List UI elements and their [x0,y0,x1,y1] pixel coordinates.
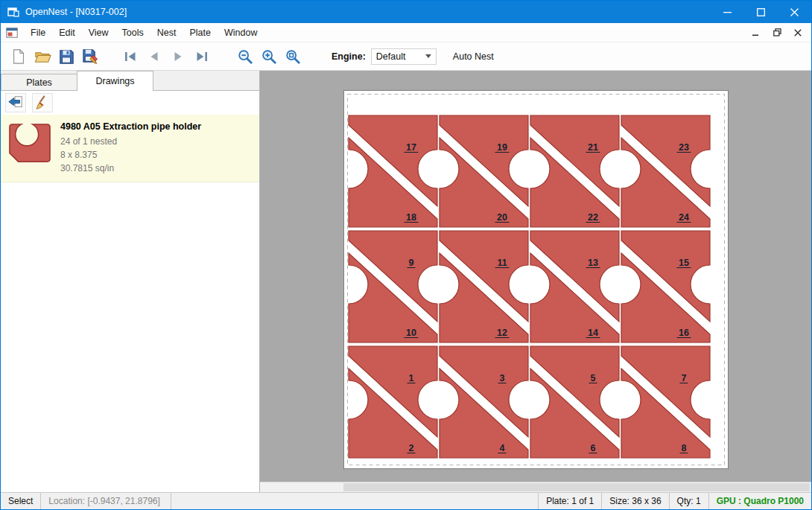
tab-plates[interactable]: Plates [1,74,77,91]
part-dimensions: 8 x 8.375 [60,148,201,162]
sidebar-toolbar [1,91,259,115]
part-number-label: 21 [588,142,598,153]
menu-nest[interactable]: Nest [150,24,183,42]
part-thumbnail [8,121,51,166]
minimize-icon [723,8,732,16]
nest-pair: 1112 [440,231,528,342]
part-number-label: 17 [406,142,416,153]
statusbar: Select Location: [-0.9437, 21.8796] Plat… [1,492,811,509]
minimize-button[interactable] [711,1,744,23]
menu-view[interactable]: View [82,24,115,42]
plate-sheet[interactable]: 171819202122232491011121314151612345678 [343,90,729,469]
drawings-list: 4980 A05 Extraction pipe holder 24 of 1 … [1,115,259,492]
status-spacer [171,493,538,509]
open-button[interactable] [31,45,54,68]
menu-plate[interactable]: Plate [183,24,218,42]
nest-canvas[interactable]: 171819202122232491011121314151612345678 [260,71,811,492]
save-edit-icon [82,48,99,65]
nest-pair: 2324 [621,115,710,227]
go-previous-button[interactable] [142,45,166,68]
part-number-label: 19 [497,142,507,153]
clean-button[interactable] [32,93,53,112]
new-document-icon [10,48,27,65]
zoom-out-icon [237,48,253,65]
main-area: Plates Drawings [1,71,811,492]
menu-file[interactable]: File [24,24,52,42]
list-item-part[interactable]: 4980 A05 Extraction pipe holder 24 of 1 … [1,115,259,182]
part-number-label: 1 [409,373,414,383]
nest-pair: 1314 [530,231,619,342]
nest-pair: 1718 [349,115,437,227]
main-toolbar: Engine: Default Auto Nest [1,42,811,71]
nest-pair: 1920 [440,115,528,227]
part-number-label: 5 [591,373,596,383]
go-previous-icon [147,49,162,64]
nest-pair: 1516 [621,231,710,342]
go-next-button[interactable] [166,45,190,68]
engine-selected-value: Default [376,51,425,62]
engine-select[interactable]: Default [371,48,437,65]
go-first-button[interactable] [118,45,142,68]
nest-pair: 12 [349,346,437,458]
app-icon [7,6,19,18]
mdi-minimize-button[interactable] [746,25,766,40]
part-number-label: 4 [500,443,505,453]
mdi-restore-button[interactable] [767,25,787,40]
part-number-label: 10 [406,328,416,338]
chevron-down-icon [425,54,431,58]
zoom-in-icon [261,48,277,65]
plate-navigation [118,45,214,68]
sidebar-tabstrip: Plates Drawings [1,71,259,91]
status-plate: Plate: 1 of 1 [538,493,601,509]
part-number-label: 22 [588,212,598,223]
app-window: OpenNest - [N0317-002] File Edit View To… [0,0,812,510]
save-button[interactable] [54,45,78,68]
part-number-label: 24 [679,212,689,223]
part-number-label: 23 [679,142,689,153]
window-title: OpenNest - [N0317-002] [25,7,127,17]
send-to-nest-button[interactable] [5,93,26,112]
horizontal-scrollbar[interactable] [260,482,811,492]
part-number-label: 9 [409,258,414,268]
part-info: 4980 A05 Extraction pipe holder 24 of 1 … [60,121,201,175]
menu-tools[interactable]: Tools [115,24,150,42]
part-number-label: 11 [497,258,507,268]
auto-nest-button[interactable]: Auto Nest [453,51,494,62]
part-number-label: 12 [497,328,507,338]
go-next-icon [171,49,185,64]
menu-window[interactable]: Window [218,24,264,42]
new-button[interactable] [7,45,31,68]
status-size: Size: 36 x 36 [601,493,668,509]
status-qty: Qty: 1 [669,493,708,509]
zoom-out-button[interactable] [233,45,257,68]
maximize-button[interactable] [744,1,778,23]
go-last-icon [194,49,209,64]
mdi-close-button[interactable] [788,25,808,40]
send-to-nest-icon [7,95,24,111]
menubar: File Edit View Tools Nest Plate Window [1,23,811,42]
mdi-minimize-icon [752,29,760,36]
tab-drawings[interactable]: Drawings [77,71,153,91]
part-number-label: 13 [588,258,598,268]
nest-pair: 34 [440,346,528,458]
maximize-icon [757,8,765,16]
nest-pair: 56 [530,346,619,458]
close-button[interactable] [778,1,811,23]
nest-pair: 910 [349,231,437,342]
horizontal-scrollbar-thumb[interactable] [343,483,810,491]
go-first-icon [123,49,138,64]
go-last-button[interactable] [190,45,214,68]
nest-pair: 78 [621,346,710,458]
zoom-extents-button[interactable] [281,45,305,68]
save-icon [58,48,74,65]
sidebar: Plates Drawings [1,71,260,492]
close-icon [790,8,799,16]
menu-edit[interactable]: Edit [52,24,82,42]
save-edit-button[interactable] [78,45,102,68]
open-folder-icon [34,48,51,65]
zoom-in-button[interactable] [257,45,281,68]
status-gpu: GPU : Quadro P1000 [708,493,811,509]
zoom-extents-icon [285,48,301,65]
broom-icon [34,95,51,111]
mdi-close-icon [794,29,802,36]
